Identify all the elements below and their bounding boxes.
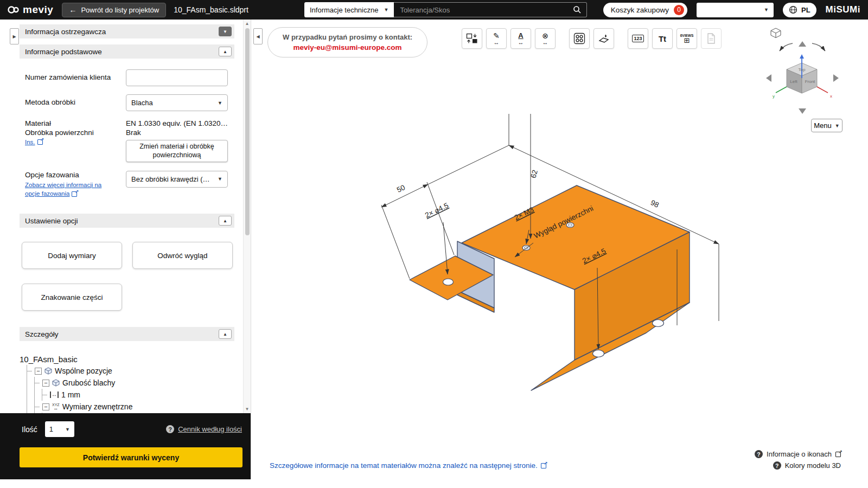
delete-dimension-icon[interactable]: ⊗↔ <box>535 28 556 49</box>
file-name: 10_FAsm_basic.sldprt <box>174 5 248 14</box>
chamfer-select[interactable]: Bez obróbki krawędzi (… ▼ <box>126 171 228 188</box>
section-options-title: Ustawienie opcji <box>25 217 78 225</box>
y-axis <box>776 87 787 93</box>
section-options-header[interactable]: Ustawienie opcji ▲ <box>20 214 234 228</box>
add-dimensions-button[interactable]: Dodaj wymiary <box>22 242 122 269</box>
cart-label: Koszyk zakupowy <box>611 6 669 14</box>
flip-appearance-button[interactable]: Odwróć wygląd <box>132 242 233 269</box>
tolerance-123-icon[interactable]: 123 <box>628 28 648 49</box>
project-select[interactable]: ▼ <box>697 3 774 17</box>
section-basic-header[interactable]: Informacje podstawowe ▲ <box>20 44 234 59</box>
pan-left-icon[interactable] <box>766 74 771 82</box>
rotate-left-icon[interactable] <box>780 43 793 51</box>
cart-button[interactable]: Koszyk zakupowy 0 <box>603 3 687 17</box>
tree-node-1mm[interactable]: ↔ 1 mm <box>42 389 234 401</box>
base-hole-1[interactable] <box>593 350 604 357</box>
rotate-up-icon[interactable] <box>799 41 806 47</box>
section-warning-toggle[interactable]: ▼ <box>219 27 232 36</box>
left-flange-hole[interactable] <box>443 279 454 285</box>
tree-node-thickness[interactable]: − Grubość blachy <box>35 377 234 389</box>
dim-98[interactable]: 98 <box>649 198 660 209</box>
tree-root[interactable]: 10_FAsm_basic <box>20 353 234 365</box>
search-icon[interactable] <box>573 5 582 14</box>
collapse-box-icon[interactable]: − <box>42 380 49 387</box>
rotate-right-icon[interactable] <box>812 43 825 51</box>
viewer-toolbar: ✎↔ A↔ ⊗↔ 123 Tt 6VIEWS⊞ <box>462 28 722 49</box>
method-select[interactable]: Blacha ▼ <box>126 94 228 111</box>
section-options-toggle[interactable]: ▲ <box>219 216 232 226</box>
3d-viewport[interactable]: ◀ W przypadku pytań prosimy o kontakt: m… <box>251 20 868 479</box>
section-warning-header[interactable]: Informacja ostrzegawcza ▼ <box>20 24 234 38</box>
language-button[interactable]: PL <box>783 3 816 17</box>
viewer-menu-button[interactable]: Menu ▼ <box>811 119 843 132</box>
scroll-down-icon[interactable]: ▼ <box>244 407 251 412</box>
dim-62[interactable]: 62 <box>529 169 539 179</box>
surface-glyph <box>598 33 610 44</box>
pricing-by-quantity-link[interactable]: ? Cennik według ilości <box>166 425 242 433</box>
quantity-select[interactable]: 1 ▼ <box>45 421 74 437</box>
viewport-collapse-handle[interactable]: ◀ <box>253 28 263 44</box>
section-details-toggle[interactable]: ▲ <box>219 329 232 339</box>
chamfer-cell: Opcje fazowania Zobacz więcej informacji… <box>20 171 126 199</box>
method-value: Blacha <box>131 99 153 107</box>
order-number-input[interactable] <box>126 69 228 86</box>
dim-dia45-left[interactable]: 2× ⌀4.5 <box>424 201 450 220</box>
surface-finish-icon[interactable] <box>593 28 614 49</box>
tree-node-outer-dims[interactable]: − XYZ↔ Wymiary zewnętrzne <box>35 401 234 413</box>
chamfer-label: Opcje fazowania <box>25 171 124 179</box>
tree-connector <box>35 407 40 407</box>
collapse-box-icon[interactable]: − <box>35 368 42 375</box>
section-details-title: Szczegóły <box>25 330 59 338</box>
misumi-logo: MiSUMi <box>826 4 860 15</box>
chamfer-info-link[interactable]: Zobacz więcej informacji na <box>25 181 101 189</box>
section-details-header[interactable]: Szczegóły ▲ <box>20 327 234 341</box>
base-hole-2[interactable] <box>653 320 664 327</box>
pan-right-icon[interactable] <box>833 74 839 82</box>
chamfer-info-link-2[interactable]: opcje fazowania <box>25 190 77 197</box>
scroll-up-icon[interactable]: ▲ <box>244 21 251 26</box>
rotate-down-icon[interactable] <box>799 108 806 114</box>
scrollbar-thumb[interactable] <box>245 28 250 235</box>
dimension-text-icon[interactable]: A↔ <box>510 28 531 49</box>
ins-link[interactable]: Ins. <box>25 139 43 145</box>
topbar-right: Koszyk zakupowy 0 ▼ PL MiSUMi <box>603 2 863 17</box>
view-cube-widget[interactable]: Top Left Front y x <box>763 26 844 118</box>
xyz-dimensions-icon: XYZ↔ <box>52 403 60 410</box>
cube-face-front[interactable]: Front <box>805 79 815 84</box>
collapse-box-icon[interactable]: − <box>42 403 49 410</box>
change-material-button[interactable]: Zmień materiał i obróbkę powierzchniową <box>126 140 228 162</box>
surface-row: Obróbka powierzchni Brak <box>20 129 234 137</box>
cube-icon <box>52 379 60 387</box>
technical-info-label: Informacje techniczne <box>310 6 378 14</box>
search-input[interactable] <box>399 5 573 15</box>
sidebar-expand-handle[interactable]: ▶ <box>10 28 19 44</box>
replace-view-icon[interactable] <box>462 28 482 49</box>
model-colors-link[interactable]: ? Kolory modelu 3D <box>773 461 841 470</box>
search-box <box>394 2 587 17</box>
confirm-quote-button[interactable]: Potwierdź warunki wyceny <box>20 447 242 467</box>
dim-50[interactable]: 50 <box>395 183 406 194</box>
sheet-metal-part[interactable] <box>410 185 690 390</box>
part-marking-button[interactable]: Znakowanie części <box>22 284 122 311</box>
meviy-logo[interactable]: meviy <box>7 4 53 16</box>
draw-dimension-icon[interactable]: ✎↔ <box>486 28 507 49</box>
contact-email[interactable]: meviy-eu@misumi-europe.com <box>283 43 412 52</box>
hole-info-icon[interactable] <box>569 28 590 49</box>
cube-face-left[interactable]: Left <box>790 79 797 84</box>
wire-cube-icon[interactable] <box>771 28 781 38</box>
material-details-link[interactable]: Szczegółowe informacje na temat materiał… <box>270 461 546 470</box>
section-basic-toggle[interactable]: ▲ <box>219 47 232 56</box>
tree-node-common[interactable]: − Wspólne pozycje <box>27 365 234 377</box>
annotation-text-icon[interactable]: Tt <box>652 28 673 49</box>
top-bar: meviy ← Powrót do listy projektów 10_FAs… <box>0 0 868 20</box>
cube-face-top[interactable]: Top <box>799 67 806 72</box>
back-to-projects-button[interactable]: ← Powrót do listy projektów <box>62 3 166 17</box>
globe-icon <box>789 5 797 14</box>
technical-info-select[interactable]: Informacje techniczne ▼ <box>304 2 394 17</box>
holes-glyph <box>573 33 585 44</box>
tree-connector <box>27 371 32 371</box>
document-glyph <box>706 33 717 44</box>
six-views-icon[interactable]: 6VIEWS⊞ <box>676 28 697 49</box>
sidebar-scrollbar[interactable]: ▲ ▼ <box>243 20 251 413</box>
icon-info-link[interactable]: ? Informacje o ikonach <box>755 450 841 458</box>
